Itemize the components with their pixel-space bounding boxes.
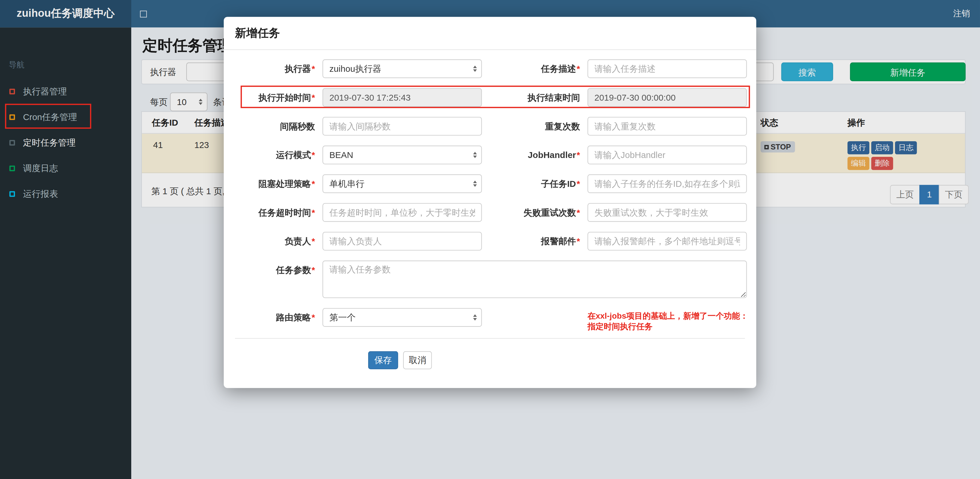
alarm-email-label: 报警邮件* bbox=[482, 232, 587, 251]
form-row: 任务超时时间* 失败重试次数* bbox=[235, 203, 747, 222]
executor-select-value: zuihou执行器 bbox=[329, 64, 382, 74]
form-row: 负责人* 报警邮件* bbox=[235, 232, 747, 251]
select-arrows-icon bbox=[473, 65, 477, 72]
red-annotation-box-time-fields bbox=[241, 86, 750, 108]
route-strategy-select[interactable]: 第一个 bbox=[323, 308, 482, 327]
repeat-count-label: 重复次数 bbox=[482, 117, 587, 136]
spacer bbox=[482, 308, 587, 327]
form-row: 任务参数* bbox=[235, 261, 747, 298]
select-arrows-icon bbox=[473, 314, 477, 320]
job-param-textarea[interactable] bbox=[323, 261, 747, 298]
job-desc-input[interactable] bbox=[587, 59, 747, 78]
route-strategy-select-value: 第一个 bbox=[329, 312, 355, 323]
select-arrows-icon bbox=[473, 152, 477, 158]
form-row: 阻塞处理策略* 单机串行 子任务ID* bbox=[235, 175, 747, 193]
executor-label: 执行器* bbox=[235, 59, 323, 78]
select-arrows-icon bbox=[473, 181, 477, 187]
alarm-email-input[interactable] bbox=[587, 232, 747, 251]
interval-input[interactable] bbox=[323, 117, 482, 136]
interval-label: 间隔秒数 bbox=[235, 117, 323, 136]
run-mode-label: 运行模式* bbox=[235, 146, 323, 164]
author-input[interactable] bbox=[323, 232, 482, 251]
author-label: 负责人* bbox=[235, 232, 323, 251]
job-desc-label: 任务描述* bbox=[482, 59, 587, 78]
viewport: zuihou任务调度中心 注销 导航 执行器管理 Cron任务管理 定时任务管理… bbox=[0, 0, 980, 479]
child-job-id-input[interactable] bbox=[587, 175, 747, 193]
block-strategy-label: 阻塞处理策略* bbox=[235, 175, 323, 193]
timeout-input[interactable] bbox=[323, 203, 482, 222]
child-job-id-label: 子任务ID* bbox=[482, 175, 587, 193]
form-row: 运行模式* BEAN JobHandler* bbox=[235, 146, 747, 164]
executor-select[interactable]: zuihou执行器 bbox=[323, 59, 482, 78]
fail-retry-label: 失败重试次数* bbox=[482, 203, 587, 222]
modal-title: 新增任务 bbox=[224, 17, 756, 50]
red-annotation-box-sidebar bbox=[5, 104, 91, 129]
fail-retry-input[interactable] bbox=[587, 203, 747, 222]
add-task-modal: 新增任务 执行器* zuihou执行器 任务描述* 执行开始时间* 执行结束时间… bbox=[224, 17, 756, 388]
run-mode-select-value: BEAN bbox=[329, 150, 353, 160]
block-strategy-select[interactable]: 单机串行 bbox=[323, 175, 482, 193]
modal-footer-divider bbox=[235, 338, 745, 339]
repeat-count-input[interactable] bbox=[587, 117, 747, 136]
route-strategy-label: 路由策略* bbox=[235, 308, 323, 327]
feature-note-line1: 在xxl-jobs项目的基础上，新增了一个功能： bbox=[587, 310, 747, 321]
app-screen: zuihou任务调度中心 注销 导航 执行器管理 Cron任务管理 定时任务管理… bbox=[0, 0, 980, 479]
feature-note-line2: 指定时间执行任务 bbox=[587, 321, 747, 332]
feature-note: 在xxl-jobs项目的基础上，新增了一个功能： 指定时间执行任务 bbox=[587, 308, 747, 327]
timeout-label: 任务超时时间* bbox=[235, 203, 323, 222]
job-handler-label: JobHandler* bbox=[482, 146, 587, 164]
block-strategy-select-value: 单机串行 bbox=[329, 178, 364, 189]
form-row: 执行器* zuihou执行器 任务描述* bbox=[235, 59, 747, 78]
cancel-button[interactable]: 取消 bbox=[403, 351, 432, 369]
job-handler-input[interactable] bbox=[587, 146, 747, 164]
job-param-label: 任务参数* bbox=[235, 261, 323, 298]
save-button[interactable]: 保存 bbox=[368, 351, 398, 369]
run-mode-select[interactable]: BEAN bbox=[323, 146, 482, 164]
form-row: 间隔秒数 重复次数 bbox=[235, 117, 747, 136]
form-row: 路由策略* 第一个 在xxl-jobs项目的基础上，新增了一个功能： 指定时间执… bbox=[235, 308, 747, 327]
